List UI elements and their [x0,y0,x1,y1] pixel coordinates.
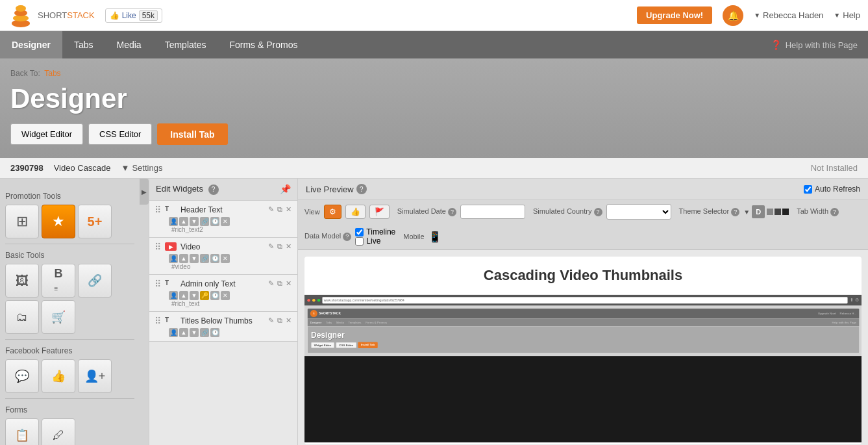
live-preview-help[interactable]: ? [356,184,367,194]
ctrl-down-2[interactable]: ▼ [190,254,199,263]
widget-item-video[interactable]: ⠿ ▶ Video ✎ ⧉ ✕ 👤 ▲ ▼ 🔗 🕐 ✕ [149,238,297,275]
delete-widget-3[interactable]: ✕ [285,279,292,288]
simulated-date-help[interactable]: ? [448,208,456,216]
auto-refresh-checkbox[interactable] [804,185,812,194]
widget-gallery[interactable]: 🗂 [5,300,39,334]
widget-form[interactable]: 📋 [5,418,39,445]
user-menu[interactable]: ▼ Rebecca Haden [754,10,823,20]
main-content: Promotion Tools ⊞ ★ 5+ Basic Tools 🖼 B≡ … [0,179,868,445]
facebook-like[interactable]: 👍 Like 55k [105,8,162,23]
widget-promo-3[interactable]: 5+ [78,205,112,238]
ctrl-down-4[interactable]: ▼ [190,328,199,337]
widget-promo-1[interactable]: ⊞ [5,205,39,238]
widget-addperson[interactable]: 👤+ [78,359,112,393]
ctrl-up-3[interactable]: ▲ [179,291,188,300]
nav-designer[interactable]: Designer [0,31,62,58]
widget-link[interactable]: 🔗 [78,264,112,298]
simulated-country-help[interactable]: ? [594,208,602,216]
delete-widget-2[interactable]: ✕ [285,242,292,251]
view-btn-active[interactable]: ⚙ [324,205,341,219]
delete-widget-1[interactable]: ✕ [285,205,292,214]
nav-tabs[interactable]: Tabs [62,31,105,58]
css-editor-button[interactable]: CSS Editor [88,123,152,145]
ctrl-down-1[interactable]: ▼ [190,217,199,226]
ctrl-chain-4[interactable]: 🔗 [200,328,209,337]
edit-widget-4[interactable]: ✎ [267,316,275,325]
delete-widget-4[interactable]: ✕ [285,316,292,325]
nav-templates[interactable]: Templates [153,31,218,58]
timeline-checkbox[interactable] [355,228,364,236]
drag-handle-1[interactable]: ⠿ [155,205,161,215]
drag-handle-2[interactable]: ⠿ [155,242,161,252]
ctrl-x-2[interactable]: ✕ [221,254,230,263]
edit-widget-1[interactable]: ✎ [267,205,275,214]
ctrl-chain-1[interactable]: 🔗 [200,217,209,226]
widget-cart[interactable]: 🛒 [42,300,75,334]
live-checkbox[interactable] [355,237,364,246]
edit-widgets-help[interactable]: ? [208,184,219,195]
widget-item-admin-text[interactable]: ⠿ T Admin only Text ✎ ⧉ ✕ 👤 ▲ ▼ 🔑 🕐 ✕ [149,275,297,312]
notification-icon[interactable]: 🔔 [723,5,743,26]
ctrl-chain-2[interactable]: 🔗 [200,254,209,263]
widget-actions-2: ✎ ⧉ ✕ [267,242,292,251]
ctrl-clock-3[interactable]: 🕐 [210,291,219,300]
drag-handle-3[interactable]: ⠿ [155,279,161,289]
breadcrumb-link[interactable]: Tabs [44,69,60,78]
widget-editor-button[interactable]: Widget Editor [10,123,83,145]
sidebar-collapse-button[interactable]: ▶ [140,179,149,205]
ctrl-down-3[interactable]: ▼ [190,291,199,300]
widget-chat[interactable]: 💬 [5,359,39,393]
timeline-checkbox-label[interactable]: Timeline [355,227,395,236]
upgrade-button[interactable]: Upgrade Now! [637,6,712,24]
widget-actions-3: ✎ ⧉ ✕ [267,279,292,288]
svg-point-3 [16,5,26,12]
help-menu[interactable]: ▼ Help [834,10,860,20]
ctrl-key-3[interactable]: 🔑 [200,291,209,300]
ctrl-clock-4[interactable]: 🕐 [210,328,219,337]
ctrl-person-2[interactable]: 👤 [169,254,178,263]
widget-tag-3: #rich_text [155,300,292,307]
settings-dropdown[interactable]: ▼ Settings [121,163,163,173]
simulated-date-input[interactable] [460,205,525,219]
theme-selector-help[interactable]: ? [731,208,739,216]
view-btn-flag[interactable]: 🚩 [369,205,390,219]
ctrl-up-2[interactable]: ▲ [179,254,188,263]
copy-widget-1[interactable]: ⧉ [277,205,283,214]
widget-item-header-text[interactable]: ⠿ T Header Text ✎ ⧉ ✕ 👤 ▲ ▼ 🔗 🕐 ✕ [149,201,297,238]
mini-settings-icon: ⚙ [855,298,859,303]
view-btn-like[interactable]: 👍 [345,205,366,219]
ctrl-x-3[interactable]: ✕ [221,291,230,300]
ctrl-person-4[interactable]: 👤 [169,328,178,337]
edit-widget-2[interactable]: ✎ [267,242,275,251]
tab-width-help[interactable]: ? [830,208,839,216]
page-title: Designer [10,83,858,114]
data-model-help[interactable]: ? [343,233,351,241]
copy-widget-2[interactable]: ⧉ [277,242,283,251]
nav-media[interactable]: Media [105,31,153,58]
ctrl-person-3[interactable]: 👤 [169,291,178,300]
ctrl-clock-1[interactable]: 🕐 [210,217,219,226]
widget-text[interactable]: B≡ [42,264,75,298]
copy-widget-3[interactable]: ⧉ [277,279,283,288]
edit-widget-3[interactable]: ✎ [267,279,275,288]
live-checkbox-label[interactable]: Live [355,236,395,246]
ctrl-x-1[interactable]: ✕ [221,217,230,226]
widget-image[interactable]: 🖼 [5,264,39,298]
pin-icon[interactable]: 📌 [280,184,291,194]
widget-controls-1: 👤 ▲ ▼ 🔗 🕐 ✕ [155,217,292,226]
ctrl-clock-2[interactable]: 🕐 [210,254,219,263]
nav-forms-promos[interactable]: Forms & Promos [217,31,309,58]
widget-like[interactable]: 👍 [42,359,75,393]
auto-refresh-control[interactable]: Auto Refresh [804,184,860,194]
ctrl-person-1[interactable]: 👤 [169,217,178,226]
drag-handle-4[interactable]: ⠿ [155,316,161,326]
widget-stamp[interactable]: 🖊 [42,418,75,445]
simulated-country-select[interactable] [606,204,671,220]
ctrl-up-4[interactable]: ▲ [179,328,188,337]
install-tab-button[interactable]: Install Tab [157,123,227,145]
copy-widget-4[interactable]: ⧉ [277,316,283,325]
ctrl-up-1[interactable]: ▲ [179,217,188,226]
nav-help[interactable]: ❓ Help with this Page [760,31,868,58]
widget-item-titles[interactable]: ⠿ T Titles Below Thumbs ✎ ⧉ ✕ 👤 ▲ ▼ 🔗 🕐 [149,312,297,342]
widget-promo-2[interactable]: ★ [42,205,75,238]
